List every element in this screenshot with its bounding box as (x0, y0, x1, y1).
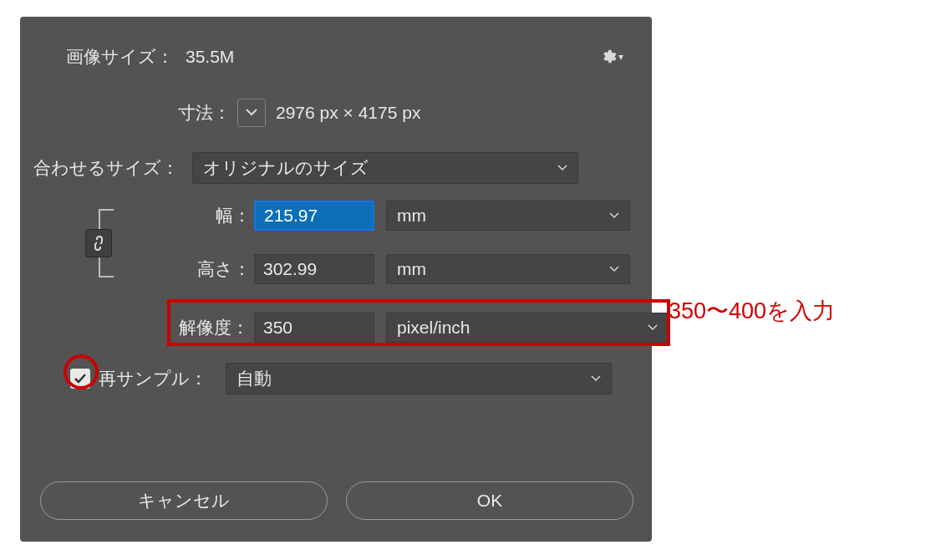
chevron-down-icon (557, 165, 567, 171)
row-image-size: 画像サイズ 35.5M ▾ (20, 45, 652, 69)
height-unit-select[interactable]: mm (386, 254, 630, 284)
row-resolution: 解像度 pixel/inch (170, 306, 669, 349)
chevron-down-icon (246, 109, 257, 117)
row-width: 幅 mm (117, 201, 630, 231)
resolution-unit-value: pixel/inch (397, 318, 470, 338)
ok-button[interactable]: OK (346, 481, 633, 520)
resample-checkbox[interactable] (70, 369, 90, 389)
chevron-down-icon (591, 375, 601, 382)
row-resample: 再サンプル 自動 (70, 363, 612, 395)
button-row: キャンセル OK (40, 481, 633, 520)
chevron-down-icon (609, 266, 619, 272)
resample-method-select[interactable]: 自動 (226, 363, 612, 395)
gear-icon (600, 48, 617, 65)
row-dimensions: 寸法 2976 px × 4175 px (20, 99, 652, 127)
resample-method-value: 自動 (237, 367, 272, 390)
width-height-group: 幅 mm 高さ mm (79, 196, 640, 293)
row-fit-to: 合わせるサイズ オリジナルのサイズ (20, 152, 652, 184)
chevron-down-icon (609, 212, 619, 219)
constrain-proportions-button[interactable] (85, 229, 112, 257)
height-unit-value: mm (397, 259, 426, 279)
fit-to-select[interactable]: オリジナルのサイズ (192, 152, 578, 184)
resample-label: 再サンプル (99, 367, 207, 390)
resolution-unit-select[interactable]: pixel/inch (386, 313, 669, 343)
settings-gear-button[interactable]: ▾ (600, 45, 623, 69)
width-unit-value: mm (397, 206, 426, 226)
fit-to-label: 合わせるサイズ (20, 156, 186, 180)
resolution-label: 解像度 (170, 316, 249, 339)
dimensions-value: 2976 px × 4175 px (276, 103, 420, 123)
link-indicator (79, 202, 117, 284)
width-label: 幅 (117, 204, 254, 227)
resolution-input[interactable] (254, 313, 374, 343)
row-height: 高さ mm (117, 254, 630, 284)
image-size-label: 画像サイズ (20, 45, 181, 69)
cancel-button[interactable]: キャンセル (40, 481, 328, 520)
height-label: 高さ (117, 257, 254, 281)
chevron-down-icon (648, 324, 658, 331)
check-icon (74, 372, 87, 385)
dimensions-label: 寸法 (20, 101, 237, 125)
image-size-dialog: 画像サイズ 35.5M ▾ 寸法 2976 px × 4175 px 合わせるサ… (20, 17, 652, 542)
height-input[interactable] (254, 254, 374, 284)
link-icon (93, 235, 104, 252)
image-size-value: 35.5M (186, 47, 234, 67)
annotation-text: 350〜400を入力 (669, 296, 835, 326)
width-input[interactable] (254, 201, 374, 231)
fit-to-value: オリジナルのサイズ (203, 156, 369, 180)
width-unit-select[interactable]: mm (386, 201, 630, 231)
dimensions-unit-dropdown[interactable] (237, 99, 266, 127)
